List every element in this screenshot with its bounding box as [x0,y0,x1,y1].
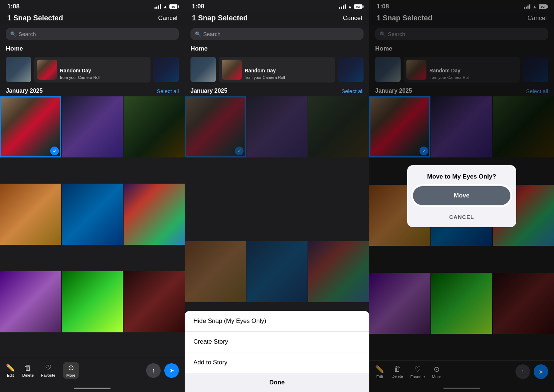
sheet-done-button-2[interactable]: Done [185,373,369,392]
photo-cell-6[interactable] [124,184,185,245]
status-time-2: 1:08 [192,3,204,10]
status-icons-1: ▲ 5G [154,4,177,9]
signal-bar-3 [158,5,159,9]
battery-icon-1: 5G [169,4,177,9]
home-label-1: Home [6,45,23,52]
status-bar-2: 1:08 ▲ 5G [185,0,369,12]
photo-cell-2[interactable] [62,96,123,157]
header-cancel-1[interactable]: Cancel [158,15,177,22]
share-button-1[interactable]: ↑ [146,363,161,378]
search-icon-2: 🔍 [195,31,201,37]
photo-cell-7[interactable] [0,271,61,332]
dialog-cancel-button-3[interactable]: CANCEL [407,209,516,227]
month-label-2: January 2025 [190,88,227,94]
toolbar-more-1[interactable]: ⊙ More [63,362,79,379]
edit-label-1: Edit [7,373,14,377]
signal-icon-1 [154,4,161,9]
screen-1: 1:08 ▲ 5G 1 Snap Selected Cancel 🔍 Searc… [0,0,185,392]
battery-icon-2: 5G [354,4,362,9]
photo-cell-4[interactable] [0,184,61,245]
home-thumb-1 [6,57,31,82]
photo-cell-s2-6 [308,241,369,302]
photo-cell-8[interactable] [62,271,123,332]
home-row-2: Random Day from your Camera Roll [185,55,369,85]
sheet-item-add-2[interactable]: Add to Story [185,352,369,373]
month-label-1: January 2025 [6,88,43,94]
sheet-item-create-2[interactable]: Create Story [185,332,369,352]
month-header-2: January 2025 Select all [185,85,369,96]
home-row-1: Random Day from your Camera Roll [0,55,185,85]
signal-bar-2 [156,7,157,9]
search-placeholder-1: Search [19,31,36,37]
select-all-2[interactable]: Select all [341,88,364,94]
screen-2: 1:08 ▲ 5G 1 Snap Selected Cancel 🔍 Searc… [185,0,369,392]
home-card-title-2: Random Day [245,68,285,73]
check-badge-1: ✓ [50,147,59,155]
home-card-thumb-1 [37,60,57,80]
photo-cell-5[interactable] [62,184,123,245]
toolbar-delete-1[interactable]: 🗑 Delete [22,364,34,377]
bottom-sheet-2: Hide Snap (My Eyes Only) Create Story Ad… [185,311,369,392]
photo-cell-selected-1[interactable]: ✓ [0,96,61,157]
toolbar-right-1: ↑ ➤ [146,363,179,378]
more-icon-1: ⊙ [68,363,74,372]
home-thumb-2b [338,57,364,82]
search-placeholder-2: Search [203,31,221,37]
photo-cell-s2-2 [246,96,308,157]
home-thumb-1b [153,57,179,82]
status-time-1: 1:08 [7,3,20,10]
header-title-1: 1 Snap Selected [7,14,63,22]
home-card-title-1: Random Day [60,68,100,73]
signal-bar-4 [160,4,161,9]
search-bar-2[interactable]: 🔍 Search [190,28,364,40]
screens-container: 1:08 ▲ 5G 1 Snap Selected Cancel 🔍 Searc… [0,0,554,392]
delete-icon-1: 🗑 [24,364,32,372]
photo-cell-9[interactable] [124,271,185,332]
app-header-1: 1 Snap Selected Cancel [0,12,185,26]
signal-bar-1 [154,7,156,9]
search-icon-1: 🔍 [10,31,16,37]
signal-icon-2 [339,4,346,9]
delete-label-1: Delete [22,373,34,377]
home-section-2: Home [185,42,369,55]
home-label-2: Home [190,45,208,52]
screen-3: 1:08 ▲ 5G 1 Snap Selected Cancel 🔍 Searc… [369,0,554,392]
sheet-item-hide-2[interactable]: Hide Snap (My Eyes Only) [185,311,369,332]
home-card-1[interactable]: Random Day from your Camera Roll [34,57,150,83]
header-title-2: 1 Snap Selected [192,14,248,22]
send-button-1[interactable]: ➤ [164,363,179,378]
bottom-toolbar-1: ✏️ Edit 🗑 Delete ♡ Favorite ⊙ More ↑ [0,358,185,385]
favorite-icon-1: ♡ [45,363,52,372]
home-indicator-1 [0,385,185,392]
photo-cell-s2-5 [246,241,308,302]
home-card-sub-2: from your Camera Roll [245,75,285,80]
toolbar-favorite-1[interactable]: ♡ Favorite [41,363,56,377]
header-cancel-2[interactable]: Cancel [343,15,362,22]
status-icons-2: ▲ 5G [339,4,362,9]
home-thumb-2 [190,57,216,82]
home-card-sub-1: from your Camera Roll [60,75,100,80]
select-all-1[interactable]: Select all [157,88,179,94]
photo-cell-3[interactable] [124,96,185,157]
dialog-title-3: Move to My Eyes Only? [407,165,516,186]
photo-cell-s2-1: ✓ [185,96,246,157]
dialog-overlay-3[interactable]: Move to My Eyes Only? Move CANCEL [369,0,554,392]
toolbar-actions-1: ✏️ Edit 🗑 Delete ♡ Favorite ⊙ More [6,362,79,379]
status-bar-1: 1:08 ▲ 5G [0,0,185,12]
photo-cell-s2-3 [308,96,369,157]
wifi-icon-2: ▲ [348,4,352,9]
app-header-2: 1 Snap Selected Cancel [185,12,369,26]
search-bar-1[interactable]: 🔍 Search [6,28,179,40]
home-indicator-bar-1 [74,388,111,389]
month-header-1: January 2025 Select all [0,85,185,96]
toolbar-edit-1[interactable]: ✏️ Edit [6,363,15,377]
dialog-move-button-3[interactable]: Move [413,186,510,205]
edit-icon-1: ✏️ [6,363,15,372]
photo-grid-1: ✓ [0,96,185,358]
favorite-label-1: Favorite [41,373,56,377]
home-card-2[interactable]: Random Day from your Camera Roll [219,57,335,83]
more-label-1: More [67,373,76,377]
photo-cell-s2-4 [185,241,246,302]
wifi-icon-1: ▲ [163,4,168,9]
dialog-3: Move to My Eyes Only? Move CANCEL [407,165,516,227]
